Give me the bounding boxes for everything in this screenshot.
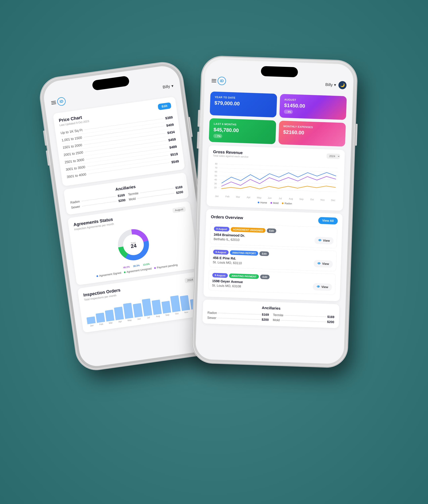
front-hamburger-menu[interactable] [211,79,216,82]
back-app-logo: iD [57,97,66,106]
order-2-city: St. Louis MO, 63110 [213,260,242,265]
order-1-view-button[interactable]: 👁 View [314,237,333,244]
stat-6months-label: LAST 6 MONTHS [214,122,272,127]
front-logo-area: iD [211,76,226,85]
fa-item-radon: Radon $169 [207,311,269,317]
svg-line-6 [219,164,338,168]
ag-pct-blue: 38.3% [133,264,140,267]
order-3-view-button[interactable]: 👁 View [313,283,332,291]
donut-chart-svg: Total 24 [113,224,154,266]
agreements-month-badge: August [172,206,186,213]
stat-card-expenses: MONTHLY EXPENSES $2160.00 [278,120,346,147]
order-2-date-tag: 9 August [213,250,229,255]
order-2-view-button[interactable]: 👁 View [313,260,333,268]
stat-august-value: $1450.00 [284,102,342,110]
order-2-status-tag: AWAITING REPORT [230,250,258,256]
bar-col: May [123,303,134,322]
price-chart-edit-button[interactable]: Edit [157,102,171,110]
stats-grid: YEAR TO DATE $79,000.00 AUGUST $1450.00 … [209,92,347,147]
bar-col: Aug [151,300,162,318]
order-item-3: 9 August AWAITING PAYMENT Edit 1598 Geye… [208,269,336,294]
hamburger-menu[interactable] [51,101,56,105]
view-all-button[interactable]: View All [318,217,338,225]
stat-card-6months: LAST 6 MONTHS $45,780.00 ↑ 7% [209,118,276,144]
order-3-status-tag: AWAITING PAYMENT [229,273,259,279]
back-user-name: Billy [162,84,170,90]
power-button[interactable] [188,117,193,137]
legend-mold: Mold [270,201,279,204]
eye-icon-3: 👁 [316,285,320,289]
stat-card-august: AUGUST $1450.00 ↓ 3% [279,94,347,120]
volume-up-button[interactable] [43,130,47,145]
bar-col: Nov [180,295,190,314]
stat-expenses-label: MONTHLY EXPENSES [283,125,341,130]
order-2-edit-tag[interactable]: Edit [259,251,269,256]
svg-text:20: 20 [214,186,217,189]
svg-text:40: 40 [214,178,217,181]
front-power-button[interactable] [354,124,358,145]
order-3-edit-tag[interactable]: Edit [260,274,270,279]
front-dynamic-island [261,66,298,77]
stat-card-ytd: YEAR TO DATE $79,000.00 [210,92,277,118]
ag-pct-purple: 48.2% [123,265,130,269]
legend-payment: Payment pending [154,263,178,269]
front-volume-down-button[interactable] [197,132,200,148]
front-ancillaries-title: Ancillaries [207,304,335,312]
bar-col: Sep [161,301,172,317]
bar-col: Jul [142,298,153,319]
order-1-address: 3454 Brainwood Dr. [214,233,245,237]
ag-pct-green: 13.5% [143,262,150,266]
legend-radon: Radon [282,202,292,205]
price-chart-card: Price Chart Last Updated 9 Oct 2023 Edit… [53,96,185,186]
front-user-badge: Billy ▾ [325,82,336,87]
order-1-city: Bethalto IL, 62010 [214,237,245,242]
bar-col: Jun [133,303,143,321]
eye-icon: 👁 [318,238,322,243]
back-chevron-icon: ▾ [171,83,174,88]
bar-col: Oct [170,295,181,315]
svg-line-10 [218,180,337,184]
front-chevron-icon: ▾ [334,82,336,87]
back-logo-area: iD [50,97,66,107]
front-volume-up-button[interactable] [198,110,201,126]
order-1-status-tag: AGREEMENT UNSIGNED [230,227,265,233]
gr-filter-select[interactable]: 2024 2023 [326,153,340,159]
order-2-address: 456 E Pine Rd. [213,256,242,261]
orders-overview-card: Orders Overview View All 9 August AGREEM… [203,209,343,301]
gross-revenue-card: Gross Revenue Total sales against each s… [206,145,345,211]
bar-col: Apr [114,307,124,323]
order-1-edit-tag[interactable]: Edit [267,228,276,233]
dark-mode-toggle[interactable]: 🌙 [338,81,346,89]
front-ancillaries-grid: Radon $169 Termite $169 Sewer [207,311,334,324]
back-phone: iD Billy ▾ Price Chart Last Updated 9 Oc… [38,60,221,372]
legend-home: Home [258,201,267,204]
svg-text:24: 24 [130,243,137,249]
moon-icon: 🌙 [340,83,345,87]
front-ancillaries-card: Ancillaries Radon $169 Termite $169 [202,300,339,328]
stat-ytd-label: YEAR TO DATE [214,96,272,101]
order-item-2: 9 August AWAITING REPORT Edit 456 E Pine… [209,246,337,271]
stat-august-label: AUGUST [284,98,342,103]
front-phone-screen: iD Billy ▾ 🌙 [195,59,354,364]
back-phone-screen: iD Billy ▾ Price Chart Last Updated 9 Oc… [42,64,217,368]
eye-icon-2: 👁 [317,262,321,266]
inspection-year-badge: 2024 [184,277,196,283]
order-1-date-tag: 9 August [214,226,229,231]
front-user-name: Billy [325,82,333,87]
order-3-address: 1598 Geyer Avenue [212,279,243,284]
front-app-logo: iD [217,76,226,85]
agreements-status-card: Agreements Status Inspection Agreements … [67,201,199,285]
fa-item-mold: Mold $200 [273,318,334,324]
bar-col: Feb [96,313,106,326]
bar-col: Jan [86,316,96,327]
front-phone: iD Billy ▾ 🌙 [192,56,357,367]
stat-ytd-value: $79,000.00 [214,100,272,108]
fa-item-termite: Termite $169 [273,313,335,319]
volume-down-button[interactable] [46,150,50,166]
order-3-city: St. Louis MO, 63108 [212,284,243,288]
svg-text:30: 30 [214,182,217,185]
bar-col: Mar [105,310,115,325]
stat-expenses-value: $2160.00 [283,129,341,137]
orders-title: Orders Overview [211,214,243,220]
stat-6months-value: $45,780.00 [214,127,272,134]
